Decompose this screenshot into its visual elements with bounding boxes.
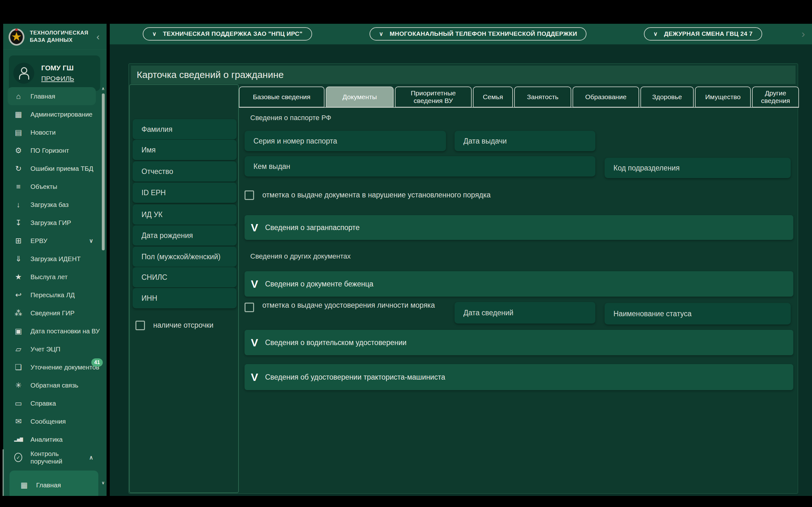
download-tray-icon: ↧ bbox=[13, 219, 24, 227]
person-fields-panel: Фамилия Имя Отчество ID ЕРН ИД УК Дата р… bbox=[129, 84, 239, 493]
sidebar-item-vysluga-let[interactable]: ★ Выслуга лет bbox=[3, 268, 104, 286]
newspaper-icon: ▤ bbox=[13, 129, 24, 136]
content-area: Карточка сведений о гражданине Базовые с… bbox=[110, 44, 812, 496]
duty-shift-dropdown-button[interactable]: ∨ ДЕЖУРНАЯ СМЕНА ГВЦ 24 7 bbox=[644, 27, 762, 41]
refugee-document-accordion[interactable]: V Сведения о документе беженца bbox=[245, 271, 793, 297]
tab-drugie-svedeniya[interactable]: Другие сведения bbox=[752, 87, 799, 107]
document-scan-icon: ❏ bbox=[13, 363, 24, 371]
forward-arrows-icon: ↩ bbox=[13, 291, 24, 299]
id-ern-field[interactable]: ID ЕРН bbox=[133, 182, 237, 203]
sidebar-item-obekty[interactable]: ≡ Объекты bbox=[3, 177, 104, 195]
sim-card-icon: ▱ bbox=[13, 345, 24, 353]
sidebar-item-ervu[interactable]: ⊞ ЕРВУ ∨ bbox=[3, 232, 104, 250]
download-circle-icon: ↓ bbox=[13, 201, 24, 209]
tab-bazovye-svedeniya[interactable]: Базовые сведения bbox=[239, 87, 324, 107]
hub-icon: ✳ bbox=[13, 382, 24, 389]
data-rozhdeniya-field[interactable]: Дата рождения bbox=[133, 225, 237, 245]
familiya-field[interactable]: Фамилия bbox=[133, 119, 237, 139]
passport-issue-date-field[interactable]: Дата выдачи bbox=[455, 131, 595, 151]
sidebar-item-uchet-ecp[interactable]: ▱ Учет ЭЦП bbox=[3, 340, 104, 358]
sidebar-item-zagruzka-baz[interactable]: ↓ Загрузка баз bbox=[3, 195, 104, 214]
people-group-icon: ⁂ bbox=[13, 309, 24, 317]
sidebar: ТЕХНОЛОГИЧЕСКАЯ БАЗА ДАННЫХ ‹ ГОМУ ГШ ПР… bbox=[3, 24, 107, 496]
seaman-checkbox-label: отметка о выдаче удостоверения личности … bbox=[262, 301, 435, 310]
violation-checkbox[interactable] bbox=[245, 190, 254, 200]
sidebar-item-oshibki-priema[interactable]: ↻ Ошибки приема ТБД bbox=[3, 159, 104, 177]
data-date-field[interactable]: Дата сведений bbox=[455, 302, 595, 324]
app-title: ТЕХНОЛОГИЧЕСКАЯ БАЗА ДАННЫХ bbox=[30, 30, 89, 44]
sidebar-item-administrirovanie[interactable]: ▦ Администрирование bbox=[3, 105, 104, 123]
inn-field[interactable]: ИНН bbox=[133, 288, 237, 308]
foreign-passport-accordion[interactable]: V Сведения о загранпаспорте bbox=[245, 215, 793, 240]
sidebar-item-kontrol-porucheniy[interactable]: ✓ Контроль поручений ∧ bbox=[3, 448, 104, 466]
tab-semya[interactable]: Семья bbox=[473, 87, 513, 107]
profile-link[interactable]: ПРОФИЛЬ bbox=[41, 75, 74, 82]
expand-chevron-icon: V bbox=[251, 279, 258, 289]
sidebar-collapse-icon[interactable]: ‹ bbox=[96, 32, 100, 42]
tab-zdorove[interactable]: Здоровье bbox=[641, 87, 694, 107]
sidebar-item-obratnaya-svyaz[interactable]: ✳ Обратная связь bbox=[3, 376, 104, 394]
chevron-right-icon[interactable]: › bbox=[802, 28, 805, 39]
scroll-up-arrow[interactable]: ∧ bbox=[100, 86, 106, 92]
sidebar-item-data-postanovki[interactable]: ▣ Дата постановки на ВУ bbox=[3, 322, 104, 340]
avatar bbox=[13, 63, 34, 83]
deferment-checkbox[interactable] bbox=[136, 321, 145, 330]
expand-chevron-icon: V bbox=[251, 372, 258, 383]
check-circle-icon: ✓ bbox=[14, 453, 22, 462]
status-name-field[interactable]: Наименование статуса bbox=[605, 303, 791, 325]
sidebar-item-novosti[interactable]: ▤ Новости bbox=[3, 123, 104, 141]
sidebar-item-zagruzka-ident[interactable]: ⇓ Загрузка ИДЕНТ bbox=[3, 250, 104, 268]
tab-zanyatost[interactable]: Занятость bbox=[514, 87, 571, 107]
sidebar-subitem-glavnaya[interactable]: ▦ Главная bbox=[9, 470, 98, 496]
deferment-checkbox-row: наличие отсрочки bbox=[136, 321, 213, 330]
sidebar-item-spravka[interactable]: ▭ Справка bbox=[3, 394, 104, 412]
tab-obrazovanie[interactable]: Образование bbox=[572, 87, 639, 107]
other-documents-heading: Сведения о других документах bbox=[250, 252, 351, 261]
citizen-card-panel: Карточка сведений о гражданине Базовые с… bbox=[129, 63, 798, 494]
sidebar-item-svedeniya-gir[interactable]: ⁂ Сведения ГИР bbox=[3, 304, 104, 322]
driver-license-accordion[interactable]: V Сведения о водительском удостоверении bbox=[245, 330, 793, 355]
tabs-row: Базовые сведения Документы Приоритетные … bbox=[239, 87, 799, 108]
dashboard-icon: ▦ bbox=[13, 111, 24, 118]
tab-prioritetnye-svedeniya-vu[interactable]: Приоритетные сведения ВУ bbox=[395, 87, 472, 107]
passport-series-number-field[interactable]: Серия и номер паспорта bbox=[245, 131, 446, 151]
pol-field[interactable]: Пол (мужской/женский) bbox=[133, 246, 237, 267]
imya-field[interactable]: Имя bbox=[133, 140, 237, 160]
sync-error-icon: ↻ bbox=[13, 165, 24, 172]
phone-dropdown-button[interactable]: ∨ МНОГОКАНАЛЬНЫЙ ТЕЛЕФОН ТЕХНИЧЕСКОЙ ПОД… bbox=[369, 27, 587, 41]
snils-field[interactable]: СНИЛС bbox=[133, 267, 237, 287]
tab-imushchestvo[interactable]: Имущество bbox=[695, 87, 751, 107]
sidebar-header: ТЕХНОЛОГИЧЕСКАЯ БАЗА ДАННЫХ ‹ bbox=[3, 24, 107, 50]
tab-dokumenty[interactable]: Документы bbox=[326, 87, 394, 107]
sidebar-item-po-gorizont[interactable]: ⚙ ПО Горизонт bbox=[3, 141, 104, 159]
otchestvo-field[interactable]: Отчество bbox=[133, 161, 237, 181]
profile-card: ГОМУ ГШ ПРОФИЛЬ bbox=[9, 55, 100, 91]
seaman-checkbox[interactable] bbox=[245, 302, 254, 312]
chevron-up-icon[interactable]: ∧ bbox=[89, 454, 93, 461]
screen: ТЕХНОЛОГИЧЕСКАЯ БАЗА ДАННЫХ ‹ ГОМУ ГШ ПР… bbox=[0, 0, 812, 507]
sidebar-item-peresylka-ld[interactable]: ↩ Пересылка ЛД bbox=[3, 286, 104, 304]
passport-unit-code-field[interactable]: Код подразделения bbox=[605, 158, 791, 178]
shield-star-icon: ★ bbox=[13, 273, 24, 281]
sidebar-item-analitika[interactable]: ▂▅▇ Аналитика bbox=[3, 430, 104, 448]
tractor-license-accordion[interactable]: V Сведения об удостоверении тракториста-… bbox=[245, 364, 793, 390]
sidebar-item-glavnaya[interactable]: ⌂ Главная bbox=[8, 87, 96, 105]
violation-checkbox-row: отметка о выдаче документа в нарушение у… bbox=[245, 190, 491, 200]
expand-chevron-icon: V bbox=[251, 337, 258, 348]
sidebar-item-utochnenie-dokumentov[interactable]: ❏ Уточнение документов 41 bbox=[3, 358, 104, 376]
id-card-icon: ▣ bbox=[13, 327, 24, 335]
passport-issued-by-field[interactable]: Кем выдан bbox=[245, 156, 595, 176]
chevron-down-icon: ∨ bbox=[653, 31, 658, 38]
id-uk-field[interactable]: ИД УК bbox=[133, 205, 237, 225]
support-dropdown-button[interactable]: ∨ ТЕХНИЧЕСКАЯ ПОДДЕРЖКА ЗАО "НПЦ ИРС" bbox=[143, 27, 312, 41]
chevron-down-icon: ∨ bbox=[379, 31, 384, 38]
chevron-down-icon[interactable]: ∨ bbox=[89, 237, 93, 244]
sidebar-item-soobshcheniya[interactable]: ✉ Сообщения bbox=[3, 412, 104, 430]
sidebar-item-zagruzka-gir[interactable]: ↧ Загрузка ГИР bbox=[3, 214, 104, 232]
sidebar-scrollbar-thumb[interactable] bbox=[102, 94, 105, 250]
topbar: ∨ ТЕХНИЧЕСКАЯ ПОДДЕРЖКА ЗАО "НПЦ ИРС" ∨ … bbox=[110, 24, 812, 44]
scroll-down-arrow[interactable]: ∨ bbox=[100, 480, 106, 486]
page-scrollbar-fragment[interactable] bbox=[3, 449, 4, 496]
deferment-checkbox-label: наличие отсрочки bbox=[153, 321, 213, 330]
home-icon: ⌂ bbox=[13, 93, 24, 100]
